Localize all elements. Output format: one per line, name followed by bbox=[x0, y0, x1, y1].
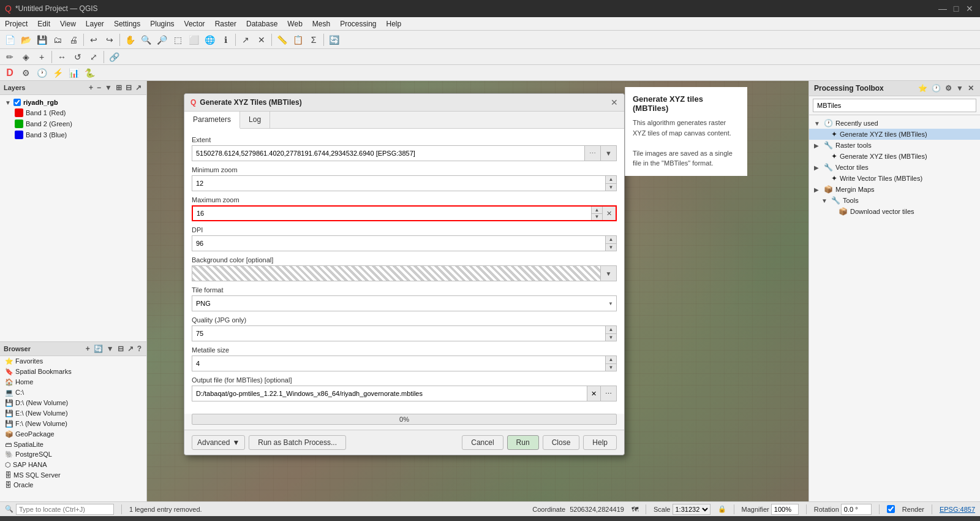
menu-edit[interactable]: Edit bbox=[32, 17, 55, 30]
output-browse-btn[interactable]: ⋯ bbox=[600, 386, 616, 401]
max-zoom-up[interactable]: ▲ bbox=[592, 207, 602, 214]
maximize-button[interactable]: □ bbox=[951, 3, 962, 14]
bg-color-dropdown-btn[interactable]: ▼ bbox=[600, 266, 616, 281]
max-zoom-down[interactable]: ▼ bbox=[592, 214, 602, 221]
layers-collapse-icon[interactable]: ⊟ bbox=[124, 83, 133, 93]
dpi-input[interactable] bbox=[192, 236, 605, 251]
min-zoom-down[interactable]: ▼ bbox=[606, 184, 616, 191]
tab-log[interactable]: Log bbox=[240, 112, 270, 128]
undo-btn[interactable]: ↩ bbox=[86, 32, 101, 47]
zoom-in-btn[interactable]: 🔍 bbox=[138, 32, 153, 47]
add-feature-btn[interactable]: + bbox=[34, 50, 49, 64]
min-zoom-up[interactable]: ▲ bbox=[606, 176, 616, 184]
minimize-button[interactable]: — bbox=[937, 3, 948, 14]
pan-btn[interactable]: ✋ bbox=[123, 32, 137, 47]
node-tool-btn[interactable]: ◈ bbox=[18, 50, 33, 64]
menu-plugins[interactable]: Plugins bbox=[145, 17, 179, 30]
menu-mesh[interactable]: Mesh bbox=[307, 17, 335, 30]
results-btn[interactable]: 📊 bbox=[66, 66, 81, 80]
deselect-btn[interactable]: ✕ bbox=[254, 32, 269, 47]
quality-up[interactable]: ▲ bbox=[606, 326, 616, 334]
menu-help[interactable]: Help bbox=[382, 17, 407, 30]
layers-remove-icon[interactable]: − bbox=[96, 83, 102, 93]
dpi-down[interactable]: ▼ bbox=[606, 244, 616, 251]
move-btn[interactable]: ↔ bbox=[55, 50, 69, 64]
metatile-input[interactable] bbox=[192, 356, 605, 371]
layers-add-icon[interactable]: + bbox=[88, 83, 94, 93]
attr-table-btn[interactable]: 📋 bbox=[290, 32, 305, 47]
processing-btn[interactable]: ⚡ bbox=[50, 66, 65, 80]
zoom-layer-btn[interactable]: ⬜ bbox=[186, 32, 201, 47]
measure-btn[interactable]: 📏 bbox=[274, 32, 289, 47]
tile-format-select[interactable]: PNG JPG bbox=[192, 295, 617, 311]
menu-vector[interactable]: Vector bbox=[179, 17, 210, 30]
toolbox-close-icon[interactable]: ✕ bbox=[967, 83, 975, 93]
save-as-btn[interactable]: 🗂 bbox=[50, 32, 65, 47]
metatile-up[interactable]: ▲ bbox=[606, 356, 616, 364]
browser-postgresql[interactable]: 🐘 PostgreSQL bbox=[0, 449, 146, 460]
quality-down[interactable]: ▼ bbox=[606, 334, 616, 341]
tree-download-vector-tiles[interactable]: 📦 Download vector tiles bbox=[809, 206, 980, 217]
run-batch-button[interactable]: Run as Batch Process... bbox=[249, 435, 346, 450]
browser-saphana[interactable]: ⬡ SAP HANA bbox=[0, 460, 146, 470]
layer-root-checkbox[interactable] bbox=[13, 99, 21, 106]
menu-project[interactable]: Project bbox=[0, 17, 32, 30]
tree-mergin-maps[interactable]: ▶ 📦 Mergin Maps bbox=[809, 184, 980, 195]
settings-btn2[interactable]: ⚙ bbox=[18, 66, 33, 80]
identify-btn[interactable]: ℹ bbox=[218, 32, 233, 47]
close-button[interactable]: ✕ bbox=[964, 3, 975, 14]
layers-filter-icon[interactable]: ▼ bbox=[104, 83, 113, 93]
close-button[interactable]: Close bbox=[543, 435, 580, 450]
refresh-btn[interactable]: 🔄 bbox=[326, 32, 341, 47]
bg-color-preview[interactable] bbox=[192, 266, 600, 281]
python-btn[interactable]: 🐍 bbox=[82, 66, 97, 80]
cancel-button[interactable]: Cancel bbox=[462, 435, 503, 450]
extent-btn[interactable]: ⋯ bbox=[584, 146, 600, 161]
toolbox-star-icon[interactable]: ⭐ bbox=[917, 83, 929, 93]
tab-parameters[interactable]: Parameters bbox=[184, 112, 240, 129]
browser-spatialite[interactable]: 🗃 SpatiaLite bbox=[0, 439, 146, 449]
layers-expand-icon[interactable]: ⊞ bbox=[115, 83, 123, 93]
browser-bookmarks[interactable]: 🔖 Spatial Bookmarks bbox=[0, 367, 146, 377]
help-button[interactable]: Help bbox=[583, 435, 617, 450]
metatile-down[interactable]: ▼ bbox=[606, 364, 616, 371]
toolbox-search-input[interactable] bbox=[813, 99, 976, 112]
browser-f[interactable]: 💾 F:\ (New Volume) bbox=[0, 419, 146, 429]
tree-generate-xyz-raster[interactable]: ✦ Generate XYZ tiles (MBTiles) bbox=[809, 151, 980, 162]
print-btn[interactable]: 🖨 bbox=[66, 32, 81, 47]
layer-band2[interactable]: Band 2 (Green) bbox=[0, 118, 146, 129]
save-project-btn[interactable]: 💾 bbox=[34, 32, 49, 47]
magnifier-input[interactable] bbox=[771, 504, 799, 515]
menu-database[interactable]: Database bbox=[241, 17, 282, 30]
epsg-display[interactable]: EPSG:4857 bbox=[940, 506, 975, 513]
menu-view[interactable]: View bbox=[55, 17, 81, 30]
tree-vector-tiles[interactable]: ▶ 🔧 Vector tiles bbox=[809, 162, 980, 173]
history-btn[interactable]: 🕐 bbox=[34, 66, 49, 80]
browser-collapse-icon[interactable]: ⊟ bbox=[116, 344, 125, 354]
zoom-out-btn[interactable]: 🔎 bbox=[154, 32, 169, 47]
browser-enable-icon[interactable]: ↗ bbox=[126, 344, 135, 354]
tree-raster-tools[interactable]: ▶ 🔧 Raster tools bbox=[809, 140, 980, 151]
toolbox-history-icon[interactable]: 🕐 bbox=[930, 83, 942, 93]
scale-btn[interactable]: ⤢ bbox=[86, 50, 101, 64]
browser-e[interactable]: 💾 E:\ (New Volume) bbox=[0, 408, 146, 419]
browser-mssql[interactable]: 🗄 MS SQL Server bbox=[0, 470, 146, 480]
menu-settings[interactable]: Settings bbox=[109, 17, 145, 30]
max-zoom-input[interactable] bbox=[193, 207, 591, 220]
map-area[interactable]: Q Generate XYZ Tiles (MBTiles) ✕ Paramet… bbox=[147, 81, 809, 501]
browser-refresh-icon[interactable]: 🔄 bbox=[92, 344, 104, 354]
toolbox-menu-icon[interactable]: ▼ bbox=[955, 83, 965, 93]
quality-input[interactable] bbox=[192, 326, 605, 341]
menu-web[interactable]: Web bbox=[282, 17, 307, 30]
layers-open-icon[interactable]: ↗ bbox=[134, 83, 143, 93]
browser-geopackage[interactable]: 📦 GeoPackage bbox=[0, 429, 146, 439]
browser-c[interactable]: 💻 C:\ bbox=[0, 387, 146, 398]
zoom-full-btn[interactable]: 🌐 bbox=[202, 32, 217, 47]
browser-add-icon[interactable]: + bbox=[85, 344, 91, 354]
extent-input[interactable] bbox=[192, 146, 584, 161]
dialog-close-button[interactable]: ✕ bbox=[611, 97, 618, 107]
browser-oracle[interactable]: 🗄 Oracle bbox=[0, 480, 146, 490]
output-file-input[interactable] bbox=[192, 386, 587, 401]
tree-tools[interactable]: ▼ 🔧 Tools bbox=[809, 195, 980, 206]
tree-write-vector-tiles[interactable]: ✦ Write Vector Tiles (MBTiles) bbox=[809, 173, 980, 184]
